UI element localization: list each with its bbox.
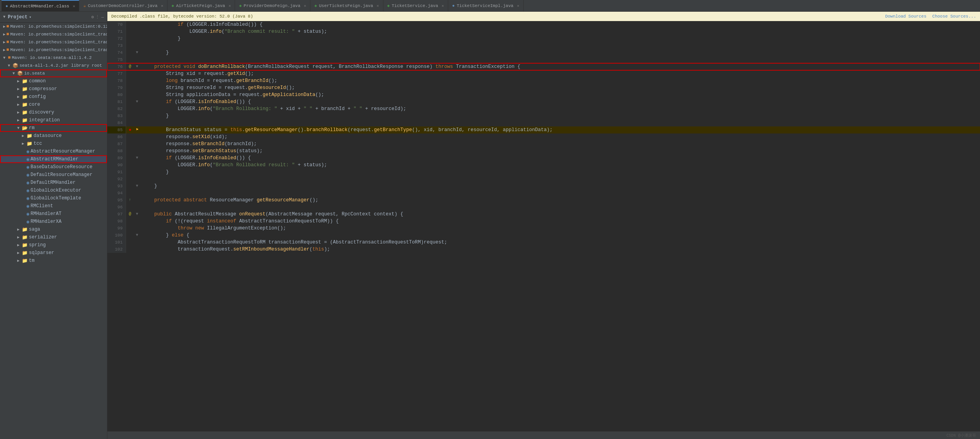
line-content-99: throw new IllegalArgumentException(); xyxy=(140,225,980,232)
sidebar-item-saga[interactable]: ▶ 📁 saga xyxy=(0,226,107,233)
sidebar-item-maven5[interactable]: ▼ ■ Maven: io.seata:seata-all:1.4.2 xyxy=(0,54,107,62)
sidebar-item-discovery[interactable]: ▶ 📁 discovery xyxy=(0,108,107,116)
tab-close-btn[interactable]: ✕ xyxy=(442,4,444,8)
tab-close-btn[interactable]: ✕ xyxy=(517,4,519,8)
fold-75 xyxy=(134,56,140,63)
project-close-icon[interactable]: — xyxy=(101,15,104,20)
sidebar-item-abstract-resource-manager[interactable]: ▶ ◉ AbstractResourceManager xyxy=(0,148,107,155)
line-content-83: } xyxy=(140,112,980,119)
abstract-resource-manager-label: AbstractResourceManager xyxy=(30,149,95,154)
tab-abstract-rm-handler[interactable]: ● AbstractRMHandler.class ✕ xyxy=(2,0,79,11)
project-more-icon[interactable]: ⋮ xyxy=(95,14,100,20)
tab-provider-demo-feign[interactable]: ◈ ProviderDemoFeign.java ✕ xyxy=(235,0,310,11)
sidebar-item-config[interactable]: ▶ 📁 config xyxy=(0,93,107,101)
tab-close-btn[interactable]: ✕ xyxy=(161,4,163,8)
code-line-101: 101 AbstractTransactionRequestToRM trans… xyxy=(107,239,980,246)
line-marker-94 xyxy=(126,190,134,197)
tab-customer-demo-controller[interactable]: ☕ CustomerDemoController.java ✕ xyxy=(79,0,167,11)
sidebar-item-rm-handler-xa[interactable]: ▶ ◉ RMHandlerXA xyxy=(0,218,107,226)
sidebar-item-datasource[interactable]: ▶ 📁 datasource xyxy=(0,132,107,140)
project-dropdown-icon[interactable]: ▾ xyxy=(29,15,31,20)
tab-ticket-service[interactable]: ◈ TicketService.java ✕ xyxy=(383,0,448,11)
sidebar-item-serializer[interactable]: ▶ 📁 serializer xyxy=(0,233,107,241)
sidebar-item-tcc[interactable]: ▶ 📁 tcc xyxy=(0,140,107,148)
sidebar-item-maven4[interactable]: ▶ ■ Maven: io.prometheus:simpleclient_tr… xyxy=(0,46,107,54)
seata-jar-label: seata-all-1.4.2.jar library root xyxy=(20,63,102,68)
tab-close-btn[interactable]: ✕ xyxy=(304,4,306,8)
breakpoint-85[interactable]: ● xyxy=(126,126,134,133)
fold-97[interactable]: ▼ xyxy=(134,211,140,218)
sidebar-item-default-resource-manager[interactable]: ▶ ◉ DefaultResourceManager xyxy=(0,171,107,179)
line-marker-90 xyxy=(126,162,134,169)
line-marker-79 xyxy=(126,84,134,91)
tab-close-btn[interactable]: ✕ xyxy=(377,4,379,8)
line-number-72: 72 xyxy=(107,35,126,42)
folder-icon: 📁 xyxy=(22,227,28,233)
sidebar-item-seata-jar[interactable]: ▼ 📦 seata-all-1.4.2.jar library root xyxy=(0,62,107,69)
line-number-81: 81 xyxy=(107,98,126,105)
sidebar-item-tm[interactable]: ▶ 📁 tm xyxy=(0,257,107,265)
sidebar-item-maven1[interactable]: ▶ ■ Maven: io.prometheus:simpleclient:0.… xyxy=(0,23,107,30)
line-number-85: 85 xyxy=(107,126,126,133)
folder-open-icon: 📂 xyxy=(22,125,28,131)
csdn-watermark: CSDN @小潘滚哥 xyxy=(946,433,976,438)
line-number-76: 76 xyxy=(107,63,126,70)
sidebar-item-base-data-source[interactable]: ▶ ◉ BaseDataSourceResource xyxy=(0,163,107,171)
tab-close-btn[interactable]: ✕ xyxy=(228,4,231,8)
code-editor[interactable]: 70 if (LOGGER.isInfoEnabled()) { 71 LOGG… xyxy=(107,21,980,431)
fold-89[interactable]: ▼ xyxy=(134,155,140,162)
sidebar-item-core[interactable]: ▶ 📁 core xyxy=(0,101,107,108)
sidebar-item-global-lock-template[interactable]: ▶ ◉ GlobalLockTemplate xyxy=(0,194,107,202)
fold-92 xyxy=(134,176,140,183)
tab-icon-interface: ◈ xyxy=(387,3,390,8)
download-sources-link[interactable]: Download Sources xyxy=(885,14,927,19)
code-line-99: 99 throw new IllegalArgumentException(); xyxy=(107,225,980,232)
collapse-arrow: ▶ xyxy=(17,251,21,255)
line-content-89: if (LOGGER.isInfoEnabled()) { xyxy=(140,155,980,162)
sidebar-item-rm-client[interactable]: ▶ ◉ RMClient xyxy=(0,202,107,210)
sidebar-item-integration[interactable]: ▶ 📁 integration xyxy=(0,116,107,124)
line-number-84: 84 xyxy=(107,119,126,126)
project-settings-icon[interactable]: ⚙ xyxy=(91,14,94,20)
tab-air-ticket-feign[interactable]: ◈ AirTicketFeign.java ✕ xyxy=(167,0,235,11)
sidebar-item-spring[interactable]: ▶ 📁 spring xyxy=(0,241,107,249)
folder-icon: 📁 xyxy=(22,94,28,100)
line-marker-77 xyxy=(126,70,134,77)
choose-sources-link[interactable]: Choose Sources... xyxy=(932,14,976,19)
sidebar-item-global-lock-executor[interactable]: ▶ ◉ GlobalLockExecutor xyxy=(0,187,107,194)
line-number-99: 99 xyxy=(107,225,126,232)
sidebar-item-compressor[interactable]: ▶ 📁 compressor xyxy=(0,85,107,93)
fold-76[interactable]: ▼ xyxy=(134,63,140,70)
line-content-74: } xyxy=(140,49,980,56)
line-content-78: long branchId = request.getBranchId(); xyxy=(140,77,980,84)
fold-87 xyxy=(134,140,140,148)
folder-icon: 📁 xyxy=(22,78,28,84)
sidebar-item-abstract-rm-handler[interactable]: ▶ ◉ AbstractRMHandler xyxy=(0,155,107,163)
line-marker-100 xyxy=(126,232,134,239)
fold-72 xyxy=(134,35,140,42)
sidebar-item-io-seata[interactable]: ▼ 📦 io.seata xyxy=(0,69,107,77)
code-line-92: 92 xyxy=(107,176,980,183)
sidebar-item-maven3[interactable]: ▶ ■ Maven: io.prometheus:simpleclient_tr… xyxy=(0,38,107,46)
tab-ticket-service-impl[interactable]: ● TicketServiceImpl.java ✕ xyxy=(448,0,524,11)
sidebar-item-common[interactable]: ▶ 📁 common xyxy=(0,77,107,85)
code-line-97: 97 @ ▼ public AbstractResultMessage onRe… xyxy=(107,211,980,218)
fold-96 xyxy=(134,204,140,211)
line-marker-102 xyxy=(126,246,134,253)
fold-81[interactable]: ▼ xyxy=(134,98,140,105)
collapse-arrow: ▼ xyxy=(3,56,7,60)
tab-label: UserTicketsFeign.java xyxy=(319,4,373,8)
maven-icon: ■ xyxy=(6,24,9,29)
sidebar-item-rm-handler-at[interactable]: ▶ ◉ RMHandlerAT xyxy=(0,210,107,218)
project-header[interactable]: ▼ Project ▾ ⚙ ⋮ — xyxy=(0,12,107,23)
class-icon: ◉ xyxy=(27,211,29,217)
code-line-72: 72 } xyxy=(107,35,980,42)
sidebar-item-sqlparser[interactable]: ▶ 📁 sqlparser xyxy=(0,249,107,257)
sidebar-item-maven2[interactable]: ▶ ■ Maven: io.prometheus:simpleclient_tr… xyxy=(0,30,107,38)
fold-82 xyxy=(134,105,140,112)
sidebar-item-default-rm-handler[interactable]: ▶ ◉ DefaultRMHandler xyxy=(0,179,107,187)
sidebar-item-rm[interactable]: ▼ 📂 rm xyxy=(0,124,107,132)
fold-100[interactable]: ▼ xyxy=(134,232,140,239)
tab-user-tickets-feign[interactable]: ◈ UserTicketsFeign.java ✕ xyxy=(310,0,383,11)
tab-close-abstract-rm-handler[interactable]: ✕ xyxy=(73,4,75,9)
